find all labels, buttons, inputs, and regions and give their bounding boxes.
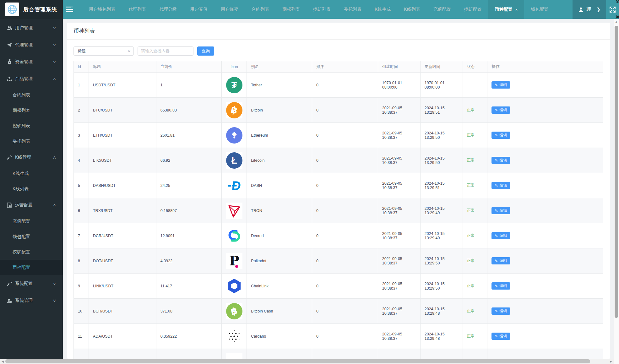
edit-button[interactable]: ✎编辑 xyxy=(491,182,510,189)
edit-button[interactable]: ✎编辑 xyxy=(491,232,510,239)
tab-label: 代理分级 xyxy=(159,7,177,12)
tab-用户充值[interactable]: 用户充值 xyxy=(183,0,214,19)
cell-action xyxy=(487,349,603,359)
cell-action: ✎编辑 xyxy=(487,324,603,349)
tab-挖矿配置[interactable]: 挖矿配置 xyxy=(458,0,488,19)
cell-updated: 2024-10-15 13:29:49 xyxy=(421,223,463,248)
sidebar-item-用户管理[interactable]: 用户管理∨ xyxy=(0,19,63,36)
edit-button[interactable]: ✎编辑 xyxy=(491,282,510,290)
sidebar-item-系统配置[interactable]: 系统配置∨ xyxy=(0,275,63,292)
table-row: 1USDT/USDT1₮Tether01970-01-01 08:00:0019… xyxy=(74,73,603,98)
sidebar-item-代理管理[interactable]: 代理管理∨ xyxy=(0,36,63,53)
cell-alias: Polkadot xyxy=(247,248,312,273)
pencil-icon: ✎ xyxy=(495,234,498,238)
main-content: 币种列表 标题 ∨ 查询 id标题当前价Icon别名排序创建时间更新时间状态操作… xyxy=(63,19,619,364)
sidebar-item-label: 资金管理 xyxy=(15,59,33,65)
sidebar-item-资金管理[interactable]: ¥资金管理∨ xyxy=(0,53,63,70)
sidebar-item-钱包配置[interactable]: 钱包配置 xyxy=(0,229,63,244)
tab-委托列表[interactable]: 委托列表 xyxy=(337,0,368,19)
table-row: 8DOT/USDT4.3922PPolkadot02021-09-05 10:3… xyxy=(74,248,603,274)
cell-action: ✎编辑 xyxy=(487,274,603,298)
tab-label: 币种配置 xyxy=(495,7,513,12)
cell-alias: DASH xyxy=(247,173,312,198)
pencil-icon: ✎ xyxy=(495,183,498,188)
search-input[interactable] xyxy=(138,46,193,56)
edit-button[interactable]: ✎编辑 xyxy=(491,207,510,214)
pencil-icon: ✎ xyxy=(495,309,498,313)
sidebar-item-运营配置[interactable]: 运营配置∧ xyxy=(0,197,63,214)
table-row xyxy=(74,349,603,359)
sidebar-item-挖矿列表[interactable]: 挖矿列表 xyxy=(0,118,63,133)
column-header-action: 操作 xyxy=(487,61,603,72)
table-row: 10BCH/USDT371.08฿Bitcoin Cash02021-09-05… xyxy=(74,299,603,324)
sidebar-item-委托列表[interactable]: 委托列表 xyxy=(0,133,63,149)
edit-button-label: 编辑 xyxy=(500,258,507,263)
tab-币种配置[interactable]: 币种配置× xyxy=(488,0,524,19)
tab-钱包配置[interactable]: 钱包配置 xyxy=(524,0,555,19)
sidebar-item-K线生成[interactable]: K线生成 xyxy=(0,166,63,181)
cell-id: 1 xyxy=(74,73,89,97)
tab-用户钱包列表[interactable]: 用户钱包列表 xyxy=(82,0,122,19)
query-button[interactable]: 查询 xyxy=(197,46,214,56)
horizontal-scrollbar[interactable]: ◀ ▶ xyxy=(0,359,614,364)
cell-created: 2021-09-05 10:38:37 xyxy=(378,248,421,273)
cell-updated xyxy=(421,349,463,359)
sidebar-item-K线管理[interactable]: K线管理∧ xyxy=(0,149,63,166)
cell-created: 1970-01-01 08:00:00 xyxy=(378,73,421,97)
chevron-down-icon: ∨ xyxy=(52,281,56,286)
sidebar-item-系统管理[interactable]: 系统管理∨ xyxy=(0,292,63,309)
scroll-left-icon[interactable]: ◀ xyxy=(0,359,5,364)
tab-代理列表[interactable]: 代理列表 xyxy=(122,0,153,19)
tab-代理分级[interactable]: 代理分级 xyxy=(153,0,183,19)
cell-price: 66.92 xyxy=(156,148,222,173)
tron-coin-icon xyxy=(226,203,242,219)
tab-label: 用户账变 xyxy=(221,7,238,12)
sidebar-item-币种配置[interactable]: 币种配置 xyxy=(0,260,63,275)
edit-button[interactable]: ✎编辑 xyxy=(491,106,510,114)
sidebar-item-挖矿配置[interactable]: 挖矿配置 xyxy=(0,244,63,260)
tab-用户账变[interactable]: 用户账变 xyxy=(214,0,245,19)
field-select[interactable]: 标题 ∨ xyxy=(73,46,134,56)
edit-button[interactable]: ✎编辑 xyxy=(491,132,510,139)
column-header-id: id xyxy=(74,61,89,72)
vertical-scrollbar[interactable]: ▲ xyxy=(614,19,619,359)
tab-期权列表[interactable]: 期权列表 xyxy=(276,0,307,19)
edit-button[interactable]: ✎编辑 xyxy=(491,157,510,164)
sidebar-item-label: 委托列表 xyxy=(13,139,30,144)
edit-button-label: 编辑 xyxy=(500,283,507,289)
vertical-scroll-thumb[interactable] xyxy=(615,26,618,318)
close-icon[interactable]: × xyxy=(515,7,518,12)
user-menu[interactable]: 理 ❯ xyxy=(573,0,606,19)
tab-充值配置[interactable]: 充值配置 xyxy=(427,0,458,19)
tab-合约列表[interactable]: 合约列表 xyxy=(245,0,276,19)
sidebar-item-合约列表[interactable]: 合约列表 xyxy=(0,87,63,103)
horizontal-scroll-thumb[interactable] xyxy=(5,359,590,363)
sidebar-item-产品管理[interactable]: 产品管理∧ xyxy=(0,70,63,87)
edit-button[interactable]: ✎编辑 xyxy=(491,307,510,315)
tab-K线生成[interactable]: K线生成 xyxy=(368,0,397,19)
scroll-up-icon[interactable]: ▲ xyxy=(614,19,619,24)
collapse-menu-icon[interactable] xyxy=(63,0,77,19)
cell-alias: Litecoin xyxy=(247,148,312,173)
users-icon xyxy=(6,26,13,30)
sidebar-item-K线列表[interactable]: K线列表 xyxy=(0,181,63,197)
cell-title: BTC/USDT xyxy=(89,98,156,122)
sidebar-item-充值配置[interactable]: 充值配置 xyxy=(0,214,63,229)
column-header-alias: 别名 xyxy=(247,61,312,72)
status-badge: 正常 xyxy=(467,258,475,263)
cell-icon xyxy=(222,324,247,349)
edit-button[interactable]: ✎编辑 xyxy=(491,81,510,89)
scroll-right-icon[interactable]: ▶ xyxy=(608,359,614,364)
edit-button[interactable]: ✎编辑 xyxy=(491,333,510,340)
cell-status: 正常 xyxy=(463,223,488,248)
cell-sort: 0 xyxy=(312,198,378,223)
sidebar-item-期权列表[interactable]: 期权列表 xyxy=(0,103,63,118)
chevron-right-icon: ❯ xyxy=(596,7,600,12)
edit-button[interactable]: ✎编辑 xyxy=(491,257,510,264)
tab-K线列表[interactable]: K线列表 xyxy=(397,0,426,19)
tab-挖矿列表[interactable]: 挖矿列表 xyxy=(307,0,337,19)
cell-updated: 2024-10-15 13:29:50 xyxy=(421,148,463,173)
cell-created: 2021-09-05 10:38:37 xyxy=(378,148,421,173)
paper-plane-icon xyxy=(6,43,13,47)
cell-action: ✎编辑 xyxy=(487,98,603,122)
